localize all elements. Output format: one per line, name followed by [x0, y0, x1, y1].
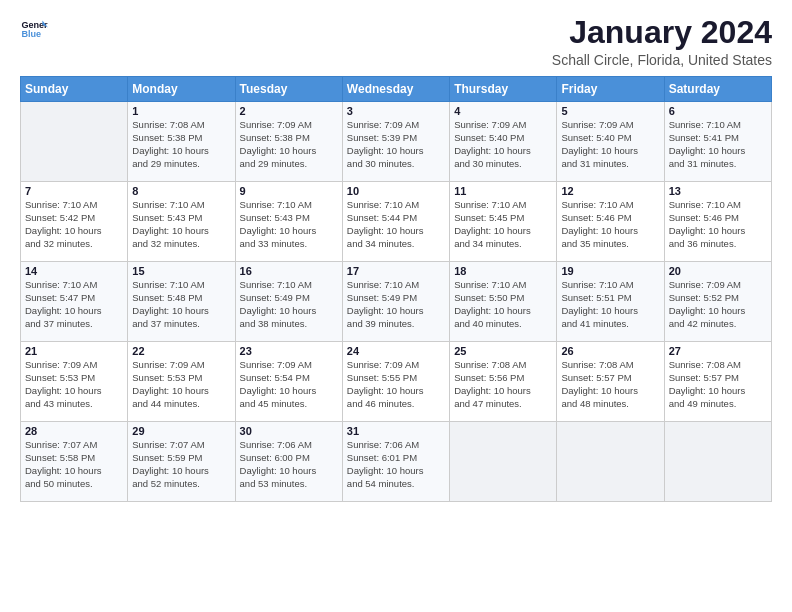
calendar-week-3: 14Sunrise: 7:10 AMSunset: 5:47 PMDayligh…	[21, 262, 772, 342]
day-number: 12	[561, 185, 659, 197]
day-number: 15	[132, 265, 230, 277]
calendar-cell: 17Sunrise: 7:10 AMSunset: 5:49 PMDayligh…	[342, 262, 449, 342]
calendar-cell: 2Sunrise: 7:09 AMSunset: 5:38 PMDaylight…	[235, 102, 342, 182]
day-number: 23	[240, 345, 338, 357]
day-number: 21	[25, 345, 123, 357]
calendar-cell: 13Sunrise: 7:10 AMSunset: 5:46 PMDayligh…	[664, 182, 771, 262]
day-info: Sunrise: 7:06 AMSunset: 6:00 PMDaylight:…	[240, 439, 338, 490]
calendar-cell: 8Sunrise: 7:10 AMSunset: 5:43 PMDaylight…	[128, 182, 235, 262]
calendar: Sunday Monday Tuesday Wednesday Thursday…	[20, 76, 772, 502]
day-info: Sunrise: 7:10 AMSunset: 5:43 PMDaylight:…	[240, 199, 338, 250]
calendar-cell: 1Sunrise: 7:08 AMSunset: 5:38 PMDaylight…	[128, 102, 235, 182]
calendar-cell: 10Sunrise: 7:10 AMSunset: 5:44 PMDayligh…	[342, 182, 449, 262]
day-number: 31	[347, 425, 445, 437]
day-info: Sunrise: 7:10 AMSunset: 5:41 PMDaylight:…	[669, 119, 767, 170]
header-wednesday: Wednesday	[342, 77, 449, 102]
day-number: 7	[25, 185, 123, 197]
day-info: Sunrise: 7:10 AMSunset: 5:42 PMDaylight:…	[25, 199, 123, 250]
calendar-cell	[450, 422, 557, 502]
calendar-cell: 19Sunrise: 7:10 AMSunset: 5:51 PMDayligh…	[557, 262, 664, 342]
day-info: Sunrise: 7:09 AMSunset: 5:53 PMDaylight:…	[132, 359, 230, 410]
subtitle: Schall Circle, Florida, United States	[552, 52, 772, 68]
day-info: Sunrise: 7:10 AMSunset: 5:49 PMDaylight:…	[240, 279, 338, 330]
calendar-week-2: 7Sunrise: 7:10 AMSunset: 5:42 PMDaylight…	[21, 182, 772, 262]
header-monday: Monday	[128, 77, 235, 102]
header-friday: Friday	[557, 77, 664, 102]
day-info: Sunrise: 7:10 AMSunset: 5:47 PMDaylight:…	[25, 279, 123, 330]
calendar-cell: 16Sunrise: 7:10 AMSunset: 5:49 PMDayligh…	[235, 262, 342, 342]
day-number: 27	[669, 345, 767, 357]
main-title: January 2024	[552, 15, 772, 50]
day-number: 18	[454, 265, 552, 277]
day-info: Sunrise: 7:10 AMSunset: 5:45 PMDaylight:…	[454, 199, 552, 250]
day-number: 14	[25, 265, 123, 277]
day-number: 24	[347, 345, 445, 357]
header-saturday: Saturday	[664, 77, 771, 102]
day-info: Sunrise: 7:09 AMSunset: 5:53 PMDaylight:…	[25, 359, 123, 410]
day-number: 6	[669, 105, 767, 117]
day-number: 19	[561, 265, 659, 277]
calendar-week-1: 1Sunrise: 7:08 AMSunset: 5:38 PMDaylight…	[21, 102, 772, 182]
day-number: 11	[454, 185, 552, 197]
day-number: 1	[132, 105, 230, 117]
calendar-cell: 6Sunrise: 7:10 AMSunset: 5:41 PMDaylight…	[664, 102, 771, 182]
day-info: Sunrise: 7:07 AMSunset: 5:58 PMDaylight:…	[25, 439, 123, 490]
calendar-cell: 23Sunrise: 7:09 AMSunset: 5:54 PMDayligh…	[235, 342, 342, 422]
header: General Blue January 2024 Schall Circle,…	[20, 15, 772, 68]
calendar-cell: 28Sunrise: 7:07 AMSunset: 5:58 PMDayligh…	[21, 422, 128, 502]
day-info: Sunrise: 7:10 AMSunset: 5:51 PMDaylight:…	[561, 279, 659, 330]
header-tuesday: Tuesday	[235, 77, 342, 102]
day-info: Sunrise: 7:08 AMSunset: 5:56 PMDaylight:…	[454, 359, 552, 410]
calendar-cell: 3Sunrise: 7:09 AMSunset: 5:39 PMDaylight…	[342, 102, 449, 182]
header-thursday: Thursday	[450, 77, 557, 102]
day-number: 20	[669, 265, 767, 277]
day-number: 17	[347, 265, 445, 277]
calendar-cell: 14Sunrise: 7:10 AMSunset: 5:47 PMDayligh…	[21, 262, 128, 342]
calendar-cell: 24Sunrise: 7:09 AMSunset: 5:55 PMDayligh…	[342, 342, 449, 422]
calendar-cell	[557, 422, 664, 502]
calendar-cell: 29Sunrise: 7:07 AMSunset: 5:59 PMDayligh…	[128, 422, 235, 502]
calendar-cell: 15Sunrise: 7:10 AMSunset: 5:48 PMDayligh…	[128, 262, 235, 342]
day-number: 8	[132, 185, 230, 197]
calendar-week-5: 28Sunrise: 7:07 AMSunset: 5:58 PMDayligh…	[21, 422, 772, 502]
day-number: 2	[240, 105, 338, 117]
calendar-cell: 9Sunrise: 7:10 AMSunset: 5:43 PMDaylight…	[235, 182, 342, 262]
day-info: Sunrise: 7:08 AMSunset: 5:38 PMDaylight:…	[132, 119, 230, 170]
day-number: 16	[240, 265, 338, 277]
calendar-cell	[664, 422, 771, 502]
day-info: Sunrise: 7:07 AMSunset: 5:59 PMDaylight:…	[132, 439, 230, 490]
header-sunday: Sunday	[21, 77, 128, 102]
day-number: 9	[240, 185, 338, 197]
day-number: 28	[25, 425, 123, 437]
day-number: 29	[132, 425, 230, 437]
calendar-cell: 7Sunrise: 7:10 AMSunset: 5:42 PMDaylight…	[21, 182, 128, 262]
day-number: 22	[132, 345, 230, 357]
calendar-header-row: Sunday Monday Tuesday Wednesday Thursday…	[21, 77, 772, 102]
day-info: Sunrise: 7:09 AMSunset: 5:54 PMDaylight:…	[240, 359, 338, 410]
day-info: Sunrise: 7:08 AMSunset: 5:57 PMDaylight:…	[669, 359, 767, 410]
day-info: Sunrise: 7:09 AMSunset: 5:40 PMDaylight:…	[454, 119, 552, 170]
day-number: 4	[454, 105, 552, 117]
calendar-cell: 25Sunrise: 7:08 AMSunset: 5:56 PMDayligh…	[450, 342, 557, 422]
day-info: Sunrise: 7:10 AMSunset: 5:46 PMDaylight:…	[561, 199, 659, 250]
calendar-cell: 18Sunrise: 7:10 AMSunset: 5:50 PMDayligh…	[450, 262, 557, 342]
calendar-cell: 27Sunrise: 7:08 AMSunset: 5:57 PMDayligh…	[664, 342, 771, 422]
day-info: Sunrise: 7:09 AMSunset: 5:40 PMDaylight:…	[561, 119, 659, 170]
day-number: 26	[561, 345, 659, 357]
day-info: Sunrise: 7:10 AMSunset: 5:43 PMDaylight:…	[132, 199, 230, 250]
title-area: January 2024 Schall Circle, Florida, Uni…	[552, 15, 772, 68]
day-info: Sunrise: 7:10 AMSunset: 5:48 PMDaylight:…	[132, 279, 230, 330]
day-info: Sunrise: 7:10 AMSunset: 5:44 PMDaylight:…	[347, 199, 445, 250]
calendar-cell: 4Sunrise: 7:09 AMSunset: 5:40 PMDaylight…	[450, 102, 557, 182]
calendar-cell	[21, 102, 128, 182]
day-info: Sunrise: 7:09 AMSunset: 5:55 PMDaylight:…	[347, 359, 445, 410]
day-info: Sunrise: 7:09 AMSunset: 5:38 PMDaylight:…	[240, 119, 338, 170]
day-number: 3	[347, 105, 445, 117]
logo: General Blue	[20, 15, 48, 43]
calendar-cell: 12Sunrise: 7:10 AMSunset: 5:46 PMDayligh…	[557, 182, 664, 262]
day-info: Sunrise: 7:08 AMSunset: 5:57 PMDaylight:…	[561, 359, 659, 410]
calendar-week-4: 21Sunrise: 7:09 AMSunset: 5:53 PMDayligh…	[21, 342, 772, 422]
day-number: 5	[561, 105, 659, 117]
calendar-cell: 26Sunrise: 7:08 AMSunset: 5:57 PMDayligh…	[557, 342, 664, 422]
calendar-cell: 20Sunrise: 7:09 AMSunset: 5:52 PMDayligh…	[664, 262, 771, 342]
